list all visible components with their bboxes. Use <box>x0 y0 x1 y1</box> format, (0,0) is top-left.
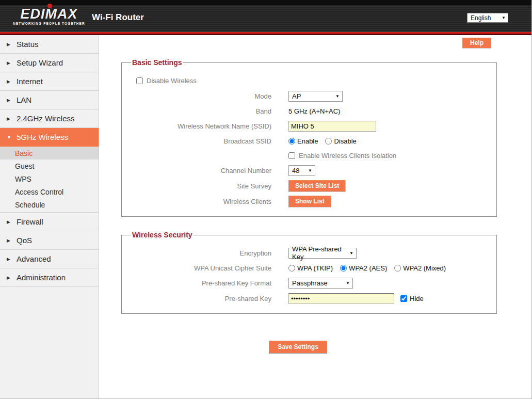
save-settings-button[interactable]: Save Settings <box>269 341 327 354</box>
mode-select[interactable]: AP ▼ <box>288 91 343 102</box>
sidebar-item-label: Administration <box>17 273 66 282</box>
sidebar-item-qos[interactable]: ▶ QoS <box>0 231 99 250</box>
sidebar-subitem-wps[interactable]: WPS <box>0 172 99 185</box>
basic-settings-legend: Basic Settings <box>131 58 183 67</box>
cipher-wpa-tkip-radio[interactable] <box>288 265 295 272</box>
sidebar-item-firewall[interactable]: ▶ Firewall <box>0 213 99 231</box>
chevron-right-icon: ▶ <box>7 79 12 84</box>
mode-row: Mode AP ▼ <box>127 88 491 104</box>
cipher-row: WPA Unicast Cipher Suite WPA (TKIP) WPA2… <box>127 261 491 275</box>
sidebar-item-lan[interactable]: ▶ LAN <box>0 91 99 109</box>
ssid-input[interactable] <box>288 121 376 132</box>
broadcast-disable-label[interactable]: Disable <box>334 137 356 145</box>
sidebar: ▶ Status ▶ Setup Wizard ▶ Internet ▶ LAN… <box>0 35 99 399</box>
channel-value: 48 <box>292 167 299 174</box>
key-format-value: Passphrase <box>292 279 328 287</box>
encryption-value: WPA Pre-shared Key <box>292 245 345 261</box>
pre-shared-key-row: Pre-shared Key Hide <box>127 291 491 306</box>
hide-key-checkbox[interactable] <box>400 295 407 302</box>
cipher-wpa-tkip-label[interactable]: WPA (TKIP) <box>297 264 333 272</box>
band-row: Band 5 GHz (A+N+AC) <box>127 104 491 118</box>
site-survey-label: Site Survey <box>127 182 271 190</box>
encryption-select[interactable]: WPA Pre-shared Key ▼ <box>288 248 357 259</box>
sidebar-subitem-basic[interactable]: Basic <box>0 147 99 159</box>
encryption-row: Encryption WPA Pre-shared Key ▼ <box>127 245 491 261</box>
sidebar-item-24ghz-wireless[interactable]: ▶ 2.4GHz Wireless <box>0 109 99 128</box>
channel-label: Channel Number <box>127 167 271 174</box>
main-content: Help Basic Settings Disable Wireless Mod… <box>99 35 531 399</box>
wireless-security-legend: Wireless Security <box>131 231 194 239</box>
page-title: Wi-Fi Router <box>92 12 144 23</box>
broadcast-enable-label[interactable]: Enable <box>297 137 318 145</box>
sidebar-item-label: QoS <box>17 236 32 245</box>
language-select[interactable]: English ▼ <box>467 13 508 23</box>
broadcast-disable-radio[interactable] <box>325 138 332 145</box>
sidebar-item-label: Internet <box>17 77 43 86</box>
sidebar-item-label: LAN <box>17 95 31 104</box>
broadcast-ssid-label: Broadcast SSID <box>127 137 271 145</box>
chevron-down-icon: ▼ <box>349 251 353 256</box>
broadcast-enable-radio[interactable] <box>288 138 295 145</box>
hide-key-label: Hide <box>410 295 424 302</box>
sidebar-item-administration[interactable]: ▶ Administration <box>0 268 99 287</box>
sidebar-subitem-guest[interactable]: Guest <box>0 159 99 172</box>
wireless-clients-label: Wireless Clients <box>127 198 271 205</box>
chevron-down-icon: ▼ <box>308 168 312 173</box>
disable-wireless-checkbox[interactable] <box>136 77 143 84</box>
cipher-wpa2-mixed-radio[interactable] <box>394 265 401 272</box>
chevron-right-icon: ▶ <box>7 98 12 103</box>
language-value: English <box>471 14 491 22</box>
key-format-row: Pre-shared Key Format Passphrase ▼ <box>127 275 491 291</box>
sidebar-item-label: Firewall <box>17 217 43 226</box>
sidebar-item-setup-wizard[interactable]: ▶ Setup Wizard <box>0 54 99 72</box>
sidebar-item-advanced[interactable]: ▶ Advanced <box>0 250 99 268</box>
isolation-checkbox[interactable] <box>288 152 295 159</box>
chevron-down-icon: ▼ <box>335 94 340 99</box>
broadcast-ssid-row: Broadcast SSID Enable Disable <box>127 134 491 148</box>
key-format-select[interactable]: Passphrase ▼ <box>288 278 353 289</box>
wireless-clients-row: Wireless Clients Show List <box>127 194 491 209</box>
chevron-down-icon: ▼ <box>502 15 506 20</box>
sidebar-subitem-access-control[interactable]: Access Control <box>0 185 99 198</box>
sidebar-submenu-5ghz: Basic Guest WPS Access Control Schedule <box>0 147 99 213</box>
sidebar-item-label: 2.4GHz Wireless <box>17 114 75 123</box>
basic-settings-section: Basic Settings Disable Wireless Mode AP … <box>121 58 497 217</box>
sidebar-subitem-schedule[interactable]: Schedule <box>0 198 99 211</box>
select-site-list-button[interactable]: Select Site List <box>288 180 346 192</box>
isolation-row: Enable Wireless Clients Isolation <box>127 148 491 163</box>
logo-text: EDIMAX <box>10 7 88 21</box>
logo-red-dot-icon <box>47 4 52 8</box>
edimax-logo: EDIMAX NETWORKING PEOPLE TOGETHER <box>10 7 88 25</box>
sidebar-item-label: Advanced <box>17 254 51 263</box>
sidebar-item-5ghz-wireless[interactable]: ▼ 5GHz Wireless <box>0 128 99 147</box>
channel-row: Channel Number 48 ▼ <box>127 163 491 178</box>
chevron-right-icon: ▶ <box>7 238 12 243</box>
isolation-label: Enable Wireless Clients Isolation <box>299 152 396 159</box>
show-list-button[interactable]: Show List <box>288 196 331 208</box>
help-button[interactable]: Help <box>462 38 491 49</box>
disable-wireless-row: Disable Wireless <box>127 73 491 88</box>
cipher-wpa2-aes-radio[interactable] <box>340 265 347 272</box>
chevron-right-icon: ▶ <box>7 219 12 225</box>
sidebar-item-internet[interactable]: ▶ Internet <box>0 72 99 91</box>
sidebar-item-status[interactable]: ▶ Status <box>0 35 99 54</box>
site-survey-row: Site Survey Select Site List <box>127 178 491 194</box>
chevron-down-icon: ▼ <box>7 135 12 140</box>
sidebar-item-label: Setup Wizard <box>17 58 63 67</box>
sidebar-item-label: 5GHz Wireless <box>17 133 68 141</box>
wireless-security-section: Wireless Security Encryption WPA Pre-sha… <box>121 231 497 314</box>
channel-select[interactable]: 48 ▼ <box>288 165 315 176</box>
disable-wireless-label: Disable Wireless <box>147 77 197 85</box>
mode-label: Mode <box>127 92 271 100</box>
encryption-label: Encryption <box>127 249 271 257</box>
router-admin-page: EDIMAX NETWORKING PEOPLE TOGETHER Wi-Fi … <box>0 0 532 399</box>
chevron-right-icon: ▶ <box>7 42 12 47</box>
mode-value: AP <box>292 92 301 100</box>
cipher-wpa2-mixed-label[interactable]: WPA2 (Mixed) <box>403 264 446 272</box>
ssid-label: Wireless Network Name (SSID) <box>127 122 271 130</box>
cipher-wpa2-aes-label[interactable]: WPA2 (AES) <box>349 264 387 272</box>
pre-shared-key-label: Pre-shared Key <box>127 295 271 302</box>
cipher-label: WPA Unicast Cipher Suite <box>127 264 271 272</box>
chevron-right-icon: ▶ <box>7 275 12 280</box>
pre-shared-key-input[interactable] <box>288 293 394 304</box>
